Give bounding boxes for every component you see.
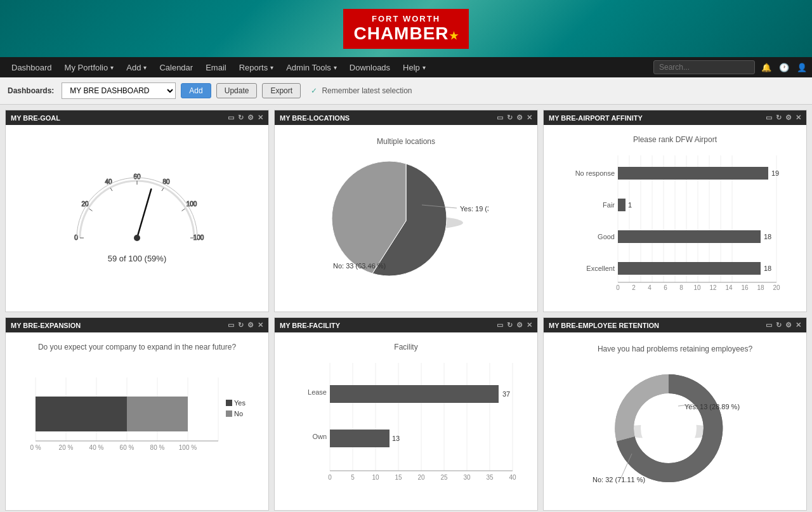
widget-minimize-icon[interactable]: ▭ [766, 321, 772, 329]
widget-settings-icon[interactable]: ⚙ [785, 321, 792, 329]
widget-bre-locations-header: MY BRE-LOCATIONS ▭ ↻ ⚙ ✕ [275, 110, 537, 125]
chevron-down-icon: ▾ [334, 64, 337, 71]
employee-chart-title: Have you had problems retaining employee… [598, 345, 752, 353]
facility-bar-chart: Lease 37 Own 13 0 5 10 15 20 25 30 [285, 357, 527, 496]
export-button[interactable]: Export [262, 83, 301, 98]
chevron-down-icon: ▾ [110, 64, 114, 71]
widget-minimize-icon[interactable]: ▭ [228, 114, 234, 122]
svg-text:15: 15 [395, 474, 402, 481]
svg-text:12: 12 [709, 284, 717, 291]
widget-refresh-icon[interactable]: ↻ [238, 321, 244, 329]
widget-close-icon[interactable]: ✕ [527, 321, 532, 329]
check-icon: ✓ [311, 86, 317, 95]
widget-settings-icon[interactable]: ⚙ [247, 321, 254, 329]
widget-refresh-icon[interactable]: ↻ [776, 114, 782, 122]
widget-bre-goal-title: MY BRE-GOAL [11, 114, 228, 122]
widget-minimize-icon[interactable]: ▭ [497, 114, 503, 122]
widget-close-icon[interactable]: ✕ [258, 114, 263, 122]
clock-icon[interactable]: 🕐 [779, 63, 789, 72]
widget-bre-locations: MY BRE-LOCATIONS ▭ ↻ ⚙ ✕ Multiple locati… [274, 110, 538, 312]
nav-dashboard[interactable]: Dashboard [5, 57, 58, 77]
svg-line-3 [89, 209, 93, 211]
widget-close-icon[interactable]: ✕ [796, 321, 801, 329]
nav-email[interactable]: Email [199, 57, 233, 77]
svg-rect-88 [330, 385, 499, 403]
svg-text:14: 14 [725, 284, 733, 291]
svg-point-16 [134, 235, 140, 241]
svg-text:25: 25 [440, 474, 448, 481]
widget-refresh-icon[interactable]: ↻ [507, 321, 513, 329]
svg-text:Yes: 19 (36.54 %): Yes: 19 (36.54 %) [460, 205, 488, 213]
header-banner: FORT WORTH CHAMBER★ [0, 0, 812, 57]
widget-bre-locations-controls: ▭ ↻ ⚙ ✕ [497, 114, 532, 122]
widget-bre-expansion-body: Do you expect your company to expand in … [6, 332, 268, 510]
widget-bre-facility-title: MY BRE-FACILITY [280, 322, 497, 329]
svg-text:37: 37 [502, 390, 510, 398]
svg-rect-44 [618, 262, 761, 275]
update-button[interactable]: Update [216, 83, 258, 98]
svg-text:10: 10 [693, 284, 701, 291]
widget-close-icon[interactable]: ✕ [527, 114, 532, 122]
nav-help[interactable]: Help ▾ [396, 57, 432, 77]
svg-text:Fair: Fair [603, 201, 615, 209]
nav-portfolio[interactable]: My Portfolio ▾ [58, 57, 121, 77]
widget-settings-icon[interactable]: ⚙ [247, 114, 254, 122]
svg-text:Own: Own [312, 433, 327, 440]
widget-bre-airport-header: MY BRE-AIRPORT AFFINITY ▭ ↻ ⚙ ✕ [544, 110, 806, 125]
widget-settings-icon[interactable]: ⚙ [516, 321, 523, 329]
chevron-down-icon: ▾ [270, 64, 273, 71]
widget-bre-facility-controls: ▭ ↻ ⚙ ✕ [497, 321, 532, 329]
nav-add[interactable]: Add ▾ [120, 57, 153, 77]
gauge-label: 59 of 100 (59%) [108, 254, 167, 263]
airport-chart-title: Please rank DFW Airport [554, 135, 796, 144]
svg-text:10: 10 [372, 474, 379, 481]
svg-text:13: 13 [392, 435, 400, 442]
logo: FORT WORTH CHAMBER★ [343, 9, 468, 49]
widget-bre-employee: MY BRE-EMPLOYEE RETENTION ▭ ↻ ⚙ ✕ Have y… [543, 317, 807, 511]
add-button[interactable]: Add [181, 83, 211, 98]
nav-admin[interactable]: Admin Tools ▾ [280, 57, 343, 77]
bell-icon[interactable]: 🔔 [761, 63, 771, 72]
widget-bre-facility-header: MY BRE-FACILITY ▭ ↻ ⚙ ✕ [275, 318, 537, 332]
widget-refresh-icon[interactable]: ↻ [238, 114, 244, 122]
search-input[interactable] [653, 60, 755, 74]
svg-text:18: 18 [764, 233, 771, 240]
user-icon[interactable]: 👤 [797, 63, 807, 72]
svg-text:60 %: 60 % [120, 444, 134, 451]
expansion-chart: Yes No 0 % 20 % 40 % 60 % 80 % 100 % [16, 365, 258, 492]
svg-text:0: 0 [616, 284, 620, 291]
nav-icons: 🔔 🕐 👤 [761, 63, 807, 72]
dashboard-select[interactable]: MY BRE DASHBOARD [62, 82, 176, 99]
widget-bre-employee-title: MY BRE-EMPLOYEE RETENTION [549, 322, 766, 329]
widget-bre-airport-controls: ▭ ↻ ⚙ ✕ [766, 114, 801, 122]
widget-minimize-icon[interactable]: ▭ [766, 114, 772, 122]
widget-bre-employee-controls: ▭ ↻ ⚙ ✕ [766, 321, 801, 329]
svg-text:5: 5 [351, 474, 355, 481]
svg-text:20: 20 [417, 474, 425, 481]
svg-text:No: 32 (71.11 %): No: 32 (71.11 %) [593, 476, 645, 483]
widget-minimize-icon[interactable]: ▭ [228, 321, 234, 329]
nav-calendar[interactable]: Calendar [153, 57, 199, 77]
svg-text:35: 35 [486, 474, 494, 481]
svg-text:No: No [234, 410, 243, 417]
widget-settings-icon[interactable]: ⚙ [516, 114, 523, 122]
widget-settings-icon[interactable]: ⚙ [785, 114, 792, 122]
widget-bre-goal: MY BRE-GOAL ▭ ↻ ⚙ ✕ [5, 110, 269, 312]
logo-star: ★ [449, 30, 459, 41]
widget-close-icon[interactable]: ✕ [796, 114, 801, 122]
widget-bre-facility-body: Facility Lease 37 [275, 332, 537, 510]
widget-refresh-icon[interactable]: ↻ [507, 114, 513, 122]
dashboards-label: Dashboards: [8, 86, 54, 95]
nav-downloads[interactable]: Downloads [343, 57, 396, 77]
svg-text:20: 20 [773, 284, 780, 291]
donut-chart-wrapper: Yes: 13 (28.89 %) No: 32 (71.11 %) [586, 358, 764, 498]
svg-text:100 %: 100 % [179, 444, 197, 451]
svg-rect-38 [618, 199, 625, 211]
nav-reports[interactable]: Reports ▾ [233, 57, 280, 77]
widget-refresh-icon[interactable]: ↻ [776, 321, 782, 329]
widget-close-icon[interactable]: ✕ [258, 321, 263, 329]
pie-chart: Yes: 19 (36.54 %) No: 33 (63.46 %) [324, 151, 488, 291]
widget-bre-airport-title: MY BRE-AIRPORT AFFINITY [549, 114, 766, 122]
svg-rect-91 [330, 430, 390, 447]
widget-minimize-icon[interactable]: ▭ [497, 321, 503, 329]
